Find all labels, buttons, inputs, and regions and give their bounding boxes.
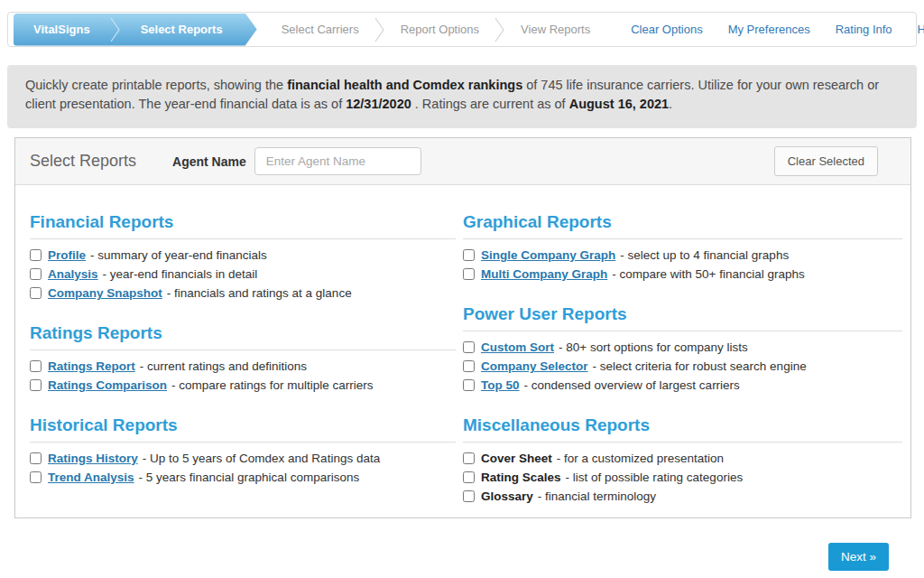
nav-link-help[interactable]: Help — [918, 23, 924, 36]
intro-box: Quickly create printable reports, showin… — [7, 65, 917, 128]
checkbox-glossary[interactable] — [463, 490, 475, 502]
nav-link-my-preferences[interactable]: My Preferences — [728, 23, 810, 36]
category-graphical-reports: Graphical ReportsSingle Company Graph- s… — [463, 212, 902, 284]
category-title: Ratings Reports — [30, 323, 456, 350]
intro-bold-segment: 12/31/2020 — [346, 97, 411, 111]
panel-header: Select Reports Agent Name Clear Selected — [15, 138, 910, 185]
nav-step-vitalsigns[interactable]: VitalSigns — [14, 23, 110, 36]
category-title: Financial Reports — [30, 212, 456, 239]
nav-step-select-carriers[interactable]: Select Carriers — [266, 23, 374, 36]
nav-links: Clear OptionsMy PreferencesRating InfoHe… — [605, 23, 924, 36]
report-row-top-50: Top 50- condensed overview of largest ca… — [463, 376, 902, 395]
report-row-ratings-history: Ratings History- Up to 5 years of Comdex… — [30, 449, 456, 468]
report-link-analysis[interactable]: Analysis — [48, 267, 98, 281]
checkbox-custom-sort[interactable] — [463, 341, 475, 353]
checkbox-analysis[interactable] — [30, 268, 42, 280]
report-link-ratings-comparison[interactable]: Ratings Comparison — [48, 378, 167, 392]
breadcrumb-active-group: VitalSignsSelect Reports — [14, 14, 257, 46]
clear-selected-button[interactable]: Clear Selected — [774, 146, 878, 176]
report-name-cover-sheet: Cover Sheet — [481, 452, 552, 465]
report-description: - Up to 5 years of Comdex and Ratings da… — [143, 452, 380, 465]
checkbox-ratings-report[interactable] — [30, 360, 42, 372]
report-description: - list of possible rating categories — [566, 471, 744, 484]
report-description: - condensed overview of largest carriers — [524, 378, 740, 392]
checkbox-company-snapshot[interactable] — [30, 287, 42, 299]
report-link-single-company-graph[interactable]: Single Company Graph — [481, 248, 615, 262]
checkbox-trend-analysis[interactable] — [30, 471, 42, 483]
report-description: - year-end financials in detail — [103, 267, 258, 281]
report-link-top-50[interactable]: Top 50 — [481, 378, 520, 392]
report-description: - summary of year-end financials — [90, 248, 267, 262]
agent-name-input[interactable] — [254, 147, 421, 175]
checkbox-multi-company-graph[interactable] — [463, 268, 475, 280]
nav-step-report-options[interactable]: Report Options — [385, 23, 494, 36]
report-description: - select criteria for robust search engi… — [593, 359, 807, 373]
checkbox-rating-scales[interactable] — [463, 471, 475, 483]
report-link-custom-sort[interactable]: Custom Sort — [481, 340, 554, 354]
category-title: Graphical Reports — [463, 212, 902, 239]
report-link-trend-analysis[interactable]: Trend Analysis — [48, 471, 134, 484]
step-divider-chevron-icon — [494, 16, 505, 43]
intro-text: Quickly create printable reports, showin… — [25, 76, 899, 113]
report-link-multi-company-graph[interactable]: Multi Company Graph — [481, 267, 607, 281]
top-navbar: VitalSignsSelect Reports Select Carriers… — [7, 12, 917, 47]
checkbox-profile[interactable] — [30, 249, 42, 261]
report-row-custom-sort: Custom Sort- 80+ sort options for compan… — [463, 338, 902, 357]
intro-bold-segment: financial health and Comdex rankings — [287, 78, 522, 92]
report-row-ratings-comparison: Ratings Comparison- compare ratings for … — [30, 376, 456, 395]
checkbox-company-selector[interactable] — [463, 360, 475, 372]
category-ratings-reports: Ratings ReportsRatings Report- current r… — [30, 323, 456, 395]
active-step-divider-chevron-icon — [110, 16, 121, 43]
report-description: - financial terminology — [538, 489, 656, 503]
report-row-single-company-graph: Single Company Graph- select up to 4 fin… — [463, 246, 902, 265]
next-button[interactable]: Next » — [828, 543, 889, 571]
nav-step-select-reports[interactable]: Select Reports — [121, 23, 243, 36]
step-divider-chevron-icon — [374, 16, 385, 43]
breadcrumb: VitalSignsSelect Reports Select Carriers… — [14, 13, 605, 46]
report-row-ratings-report: Ratings Report- current ratings and defi… — [30, 357, 456, 376]
checkbox-top-50[interactable] — [463, 379, 475, 391]
nav-step-view-reports[interactable]: View Reports — [505, 23, 605, 36]
report-row-multi-company-graph: Multi Company Graph- compare with 50+ fi… — [463, 265, 902, 284]
category-miscellaneous-reports: Miscellaneous ReportsCover Sheet- for a … — [463, 415, 902, 506]
breadcrumb-inactive-steps: Select CarriersReport OptionsView Report… — [266, 13, 605, 46]
report-row-company-selector: Company Selector- select criteria for ro… — [463, 357, 902, 376]
nav-link-rating-info[interactable]: Rating Info — [836, 23, 892, 36]
category-title: Power User Reports — [463, 304, 902, 331]
report-link-company-selector[interactable]: Company Selector — [481, 359, 588, 373]
reports-column-right: Graphical ReportsSingle Company Graph- s… — [463, 212, 902, 527]
report-row-analysis: Analysis- year-end financials in detail — [30, 265, 456, 284]
report-name-rating-scales: Rating Scales — [481, 471, 561, 484]
checkbox-cover-sheet[interactable] — [463, 452, 475, 464]
report-link-ratings-history[interactable]: Ratings History — [48, 452, 138, 465]
report-name-glossary: Glossary — [481, 489, 533, 503]
category-power-user-reports: Power User ReportsCustom Sort- 80+ sort … — [463, 304, 902, 395]
category-title: Historical Reports — [30, 415, 456, 443]
category-historical-reports: Historical ReportsRatings History- Up to… — [30, 415, 456, 487]
report-row-company-snapshot: Company Snapshot- financials and ratings… — [30, 284, 456, 303]
page-title: Select Reports — [30, 152, 136, 171]
category-financial-reports: Financial ReportsProfile- summary of yea… — [30, 212, 456, 303]
report-row-cover-sheet: Cover Sheet- for a customized presentati… — [463, 449, 902, 468]
report-link-ratings-report[interactable]: Ratings Report — [48, 359, 135, 373]
report-description: - compare with 50+ financial graphs — [612, 267, 805, 281]
report-description: - current ratings and definitions — [140, 359, 307, 373]
intro-segment: . — [669, 97, 672, 111]
report-description: - select up to 4 financial graphs — [620, 248, 789, 262]
report-description: - for a customized presentation — [557, 452, 724, 465]
reports-column-left: Financial ReportsProfile- summary of yea… — [30, 212, 456, 527]
report-link-company-snapshot[interactable]: Company Snapshot — [48, 286, 162, 300]
report-link-profile[interactable]: Profile — [48, 248, 86, 262]
checkbox-ratings-comparison[interactable] — [30, 379, 42, 391]
intro-segment: Quickly create printable reports, showin… — [25, 78, 287, 92]
report-row-glossary: Glossary- financial terminology — [463, 487, 902, 506]
checkbox-ratings-history[interactable] — [30, 452, 42, 464]
select-reports-panel: Select Reports Agent Name Clear Selected… — [14, 137, 911, 518]
nav-link-clear-options[interactable]: Clear Options — [631, 23, 702, 36]
report-description: - 80+ sort options for company lists — [559, 340, 748, 354]
agent-name-label: Agent Name — [172, 154, 246, 169]
report-description: - 5 years financial graphical comparison… — [139, 471, 360, 484]
panel-body: Financial ReportsProfile- summary of yea… — [15, 185, 910, 527]
checkbox-single-company-graph[interactable] — [463, 249, 475, 261]
report-row-rating-scales: Rating Scales- list of possible rating c… — [463, 468, 902, 487]
